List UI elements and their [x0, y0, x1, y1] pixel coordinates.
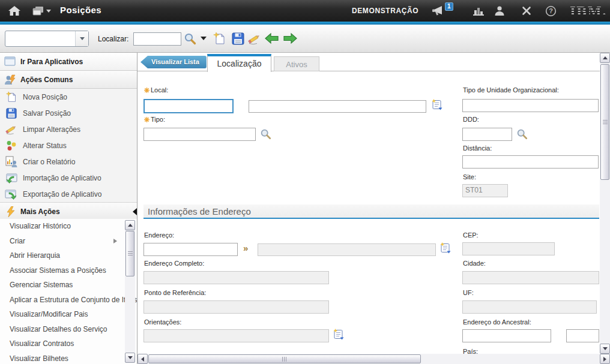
crossover-chevrons-icon[interactable]: »: [243, 243, 247, 253]
more-action-visualizar-contratos[interactable]: Visualizar Contratos: [0, 336, 137, 351]
tipo-lookup-icon[interactable]: [260, 128, 271, 142]
endereco-completo-readonly: [143, 271, 329, 284]
collapse-sidebar-icon[interactable]: [133, 208, 137, 215]
more-actions-list: Visualizar Histórico Criar Abrir Hierarq…: [0, 219, 137, 364]
app-window: Posições DEMONSTRAÇÃO 1 ? IBM. Localizar…: [0, 0, 610, 364]
more-actions-header[interactable]: Mais Ações: [0, 202, 137, 221]
submenu-arrow-icon: [113, 239, 117, 243]
action-label: Criar o Relatório: [23, 158, 75, 166]
next-record-icon[interactable]: [283, 31, 297, 46]
field-label-tuo: Tipo de Unidade Organizacional:: [463, 86, 559, 94]
clear-changes-icon[interactable]: [247, 31, 262, 46]
distancia-input[interactable]: [462, 155, 599, 169]
tab-ativos[interactable]: Ativos: [274, 56, 319, 71]
scroll-down-button[interactable]: [600, 344, 610, 354]
save-record-icon[interactable]: [231, 31, 245, 46]
more-action-visualizar-historico[interactable]: Visualizar Histórico: [0, 219, 137, 234]
record-switcher-input[interactable]: [7, 32, 76, 46]
horizontal-scrollbar[interactable]: [137, 354, 610, 364]
more-action-gerenciar-sistemas[interactable]: Gerenciar Sistemas: [0, 278, 137, 293]
more-action-criar[interactable]: Criar: [0, 234, 137, 249]
sidebar-item-limpar-alteracoes[interactable]: Limpar Alterações: [0, 121, 137, 137]
scroll-right-button[interactable]: [600, 354, 610, 364]
field-label-local: Local:: [144, 86, 168, 94]
localizacao-form: Local: Tipo: Tipo de Unidade Organizacio: [137, 71, 600, 354]
endereco-input[interactable]: [143, 243, 238, 256]
tipo-input[interactable]: [143, 128, 256, 141]
home-icon[interactable]: [6, 0, 23, 22]
endereco-ancestral-input-2[interactable]: [566, 329, 599, 342]
long-description-icon[interactable]: [439, 242, 451, 257]
close-icon[interactable]: [518, 0, 535, 22]
sidebar-item-salvar-posicao[interactable]: Salvar Posição: [0, 105, 137, 121]
local-input[interactable]: [143, 99, 234, 113]
visualizar-lista-button[interactable]: Visualizar Lista: [140, 56, 207, 68]
long-description-icon[interactable]: [333, 329, 345, 343]
field-label-distancia: Distância:: [463, 145, 492, 152]
notification-badge: 1: [445, 2, 453, 11]
search-options-chevron-icon[interactable]: [199, 31, 208, 46]
more-actions-title: Mais Ações: [20, 207, 60, 216]
applications-menu-icon[interactable]: [31, 0, 52, 22]
scroll-thumb[interactable]: [148, 354, 421, 363]
ddd-input[interactable]: [462, 128, 512, 141]
field-label-endereco-ancestral: Endereço do Ancestral:: [463, 318, 531, 326]
scroll-down-button[interactable]: [125, 353, 135, 363]
endereco-description-readonly: [258, 243, 436, 256]
reports-chart-icon[interactable]: [470, 0, 487, 22]
search-icon[interactable]: [183, 31, 197, 46]
sidebar-item-exportacao-aplicativo[interactable]: Exportação de Aplicativo: [0, 186, 137, 202]
sidebar-item-criar-relatorio[interactable]: Criar o Relatório: [0, 154, 137, 170]
combobox-dropdown-icon[interactable]: [75, 31, 88, 46]
sidebar: Ir Para Aplicativos Ações Comuns Nova Po…: [0, 53, 137, 364]
action-label: Importação de Aplicativo: [23, 174, 101, 182]
scroll-left-button[interactable]: [137, 354, 148, 364]
new-record-icon[interactable]: [212, 31, 226, 46]
long-description-icon[interactable]: [431, 99, 443, 113]
more-action-visualizar-detalhes-servico[interactable]: Visualizar Detalhes do Serviço: [0, 322, 137, 337]
common-actions-header[interactable]: Ações Comuns: [0, 71, 137, 89]
field-label-endereco-completo: Endereço Completo:: [144, 260, 204, 267]
action-label: Nova Posição: [23, 93, 67, 101]
more-action-aplicar-estrutura[interactable]: Aplicar a Estrutura de Conjunto de Itens: [0, 293, 137, 308]
more-action-label: Criar: [10, 237, 25, 245]
cidade-readonly: [462, 271, 599, 284]
sidebar-item-importacao-aplicativo[interactable]: Importação de Aplicativo: [0, 170, 137, 186]
tab-localizacao[interactable]: Localização: [207, 54, 271, 72]
vertical-scrollbar[interactable]: [600, 53, 610, 354]
local-description-input[interactable]: [249, 100, 426, 113]
uf-readonly: [462, 300, 597, 314]
sidebar-scrollbar[interactable]: [125, 220, 135, 363]
previous-record-icon[interactable]: [265, 31, 279, 46]
more-action-abrir-hierarquia[interactable]: Abrir Hierarquia: [0, 248, 137, 263]
ddd-lookup-icon[interactable]: [516, 128, 528, 142]
sidebar-item-nova-posicao[interactable]: Nova Posição: [0, 89, 137, 105]
tuo-input[interactable]: [462, 99, 599, 112]
new-document-icon: [4, 91, 19, 103]
application-window-icon: [2, 56, 18, 67]
help-icon[interactable]: ?: [542, 0, 559, 22]
more-action-visualizar-modificar-pais[interactable]: Visualizar/Modificar Pais: [0, 307, 137, 322]
scroll-up-button[interactable]: [125, 220, 135, 230]
scroll-thumb[interactable]: [600, 64, 609, 180]
more-action-visualizar-bilhetes[interactable]: Visualizar Bilhetes: [0, 351, 137, 364]
sidebar-item-alterar-status[interactable]: Alterar Status: [0, 137, 137, 154]
field-label-tipo: Tipo:: [144, 116, 165, 123]
sidebar-goto-label: Ir Para Aplicativos: [20, 58, 83, 66]
more-action-associar-sistemas[interactable]: Associar Sistemas a Posições: [0, 263, 137, 278]
site-readonly-field: ST01: [462, 184, 508, 197]
endereco-ancestral-input[interactable]: [462, 329, 551, 342]
main-panel: Visualizar Lista Localização Ativos Loca…: [137, 53, 610, 364]
scroll-thumb[interactable]: [125, 231, 134, 276]
scroll-up-button[interactable]: [600, 53, 610, 63]
record-switcher-combobox[interactable]: [5, 31, 89, 47]
profile-person-icon[interactable]: [491, 0, 508, 22]
top-navigation-bar: Posições DEMONSTRAÇÃO 1 ? IBM.: [0, 0, 610, 22]
ponto-referencia-readonly: [143, 300, 329, 314]
svg-text:?: ?: [549, 7, 553, 14]
localizar-input[interactable]: [133, 32, 181, 46]
sidebar-item-go-to-applications[interactable]: Ir Para Aplicativos: [0, 53, 137, 71]
action-label: Alterar Status: [23, 142, 67, 150]
field-label-orientacoes: Orientações:: [144, 318, 181, 326]
action-label: Limpar Alterações: [23, 125, 80, 134]
